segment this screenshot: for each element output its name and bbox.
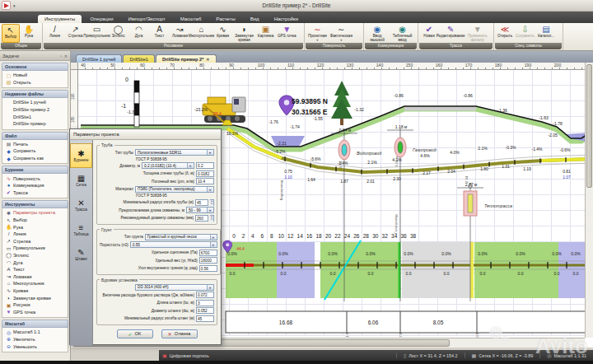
sidebar-item[interactable]: ∿Поверхность — [2, 175, 68, 182]
ribbon-button[interactable]: ◯Эллипс — [108, 24, 128, 43]
flow-input[interactable]: 0.072 — [196, 292, 214, 298]
diameter-select[interactable]: 0.2 (0.0182) (10.4)▾ — [142, 162, 194, 169]
ribbon-button[interactable]: ⌂Многоугольник — [190, 24, 212, 43]
ribbon-button[interactable]: ▭Прямоугольник — [86, 24, 108, 43]
ribbon-button[interactable]: ▣Картинка — [255, 24, 276, 43]
sidebar-item[interactable]: AТекст — [2, 266, 68, 273]
sidebar-item[interactable]: ◆Сохранить как — [2, 155, 68, 162]
ok-button[interactable]: ✓OK — [117, 329, 153, 338]
ribbon-button[interactable]: ✎Редактирование — [438, 24, 463, 43]
dialog-tab[interactable]: ✕Трасса — [70, 193, 92, 217]
signature-label[interactable]: Цифровая подпись — [170, 353, 209, 358]
ribbon-tab[interactable]: Расчеты — [209, 15, 241, 23]
soil-weight-input[interactable]: 16000 — [199, 257, 217, 264]
sidebar-item[interactable]: ◗Замкнутая кривая — [2, 294, 68, 301]
dropdown-caret-icon[interactable]: ▾ — [340, 38, 342, 42]
recent-file-item[interactable]: DrillSite пример — [2, 120, 68, 128]
document-tab[interactable]: DrillSite 1 ручей — [76, 54, 122, 63]
scrollbar-thumb[interactable] — [586, 64, 592, 188]
ribbon-button[interactable]: ◉Табличный ввод — [389, 24, 416, 43]
ribbon-tab[interactable]: Вид — [244, 15, 266, 23]
ribbon-tab[interactable]: Настройки — [268, 15, 305, 23]
ribbon-button[interactable]: ∼Проектная▾ — [306, 24, 329, 43]
rig-select[interactable]: DD 3014 (400 кН)▾ — [135, 284, 214, 291]
document-tab[interactable]: DrillSite пример 2*✕ — [156, 54, 217, 63]
ribbon-tab[interactable]: Инструменты — [38, 15, 82, 23]
sidebar-item[interactable]: ▭Прямоугольник — [2, 245, 68, 252]
sidebar-item[interactable]: ◎Масштаб 1:1 — [2, 329, 68, 336]
dropdown-caret-icon[interactable]: ▾ — [316, 38, 318, 42]
ribbon-button[interactable]: ↖Выбор — [2, 24, 20, 43]
ribbon-button[interactable]: /Линия — [44, 24, 65, 43]
min-rod-radius-input[interactable]: 45 — [196, 315, 214, 322]
sidebar-item[interactable]: ◠Дуга — [2, 259, 68, 266]
sidebar-item[interactable]: /Линия — [2, 231, 68, 238]
sidebar-item[interactable]: ⊖Уменьшить — [2, 343, 68, 350]
sidebar-item[interactable]: ◯Эллипс — [2, 252, 68, 259]
soil-type-select[interactable]: Гравистый и крупный песок▾ — [145, 234, 217, 240]
sidebar-item[interactable]: ▤Печать — [2, 141, 68, 148]
sidebar-item[interactable]: ●Коммуникация — [2, 182, 68, 189]
ribbon-button[interactable]: ◉Ввод мышкой — [366, 24, 389, 43]
sidebar-item[interactable]: ⌂Многоугольник — [2, 280, 68, 287]
porosity-select[interactable]: 0.55▾ — [130, 241, 217, 248]
ribbon-tab[interactable]: Импорт/Экспорт — [122, 15, 172, 23]
close-icon[interactable]: ✕ — [64, 54, 68, 58]
recent-file-item[interactable]: DrillSite1 — [2, 113, 68, 120]
ribbon-button[interactable]: ∿Кривая — [212, 24, 233, 43]
ribbon-button[interactable]: ⇩Сохранить — [514, 24, 536, 43]
spinner-control[interactable]: ▴▾ — [210, 215, 214, 222]
min-radius-input[interactable]: 45 — [195, 199, 208, 206]
dialog-tab[interactable]: ✎Штамп — [70, 242, 92, 267]
status-zoom[interactable]: ◎Масштаб 1:1.31 — [539, 352, 593, 358]
diameter-input[interactable]: 0.2 — [196, 162, 214, 169]
sidebar-item[interactable]: ↖Выбор — [2, 217, 68, 224]
ribbon-tab[interactable]: Масштаб — [174, 15, 208, 23]
document-tab[interactable]: DrillSite1 — [123, 54, 154, 63]
vertical-scrollbar[interactable] — [585, 63, 593, 338]
sidebar-item[interactable]: ∿Кривая — [2, 287, 68, 295]
sidebar-item[interactable]: ✋Рука — [2, 223, 68, 231]
dialog-tab[interactable]: ≡Таблица — [70, 217, 92, 242]
spinner-control[interactable]: ▴▾ — [210, 199, 214, 206]
sidebar-item[interactable]: ▢Новый — [2, 72, 68, 79]
sidebar-item[interactable]: ▣Рисунок — [2, 301, 68, 309]
dialog-tab[interactable]: ✱Бурение — [70, 143, 92, 168]
sidebar-item[interactable]: ↝Ломаная — [2, 273, 68, 280]
ribbon-button[interactable]: ↗Стрелка — [65, 24, 86, 43]
cancel-button[interactable]: ✕Отмена — [161, 329, 198, 338]
ribbon-button[interactable]: ◠Дуга — [128, 24, 149, 43]
ribbon-tab[interactable]: Операции — [83, 15, 119, 23]
length-select[interactable]: 50 - 99▾ — [186, 207, 214, 213]
material-select[interactable]: ПЭ80 (Полиэтилен, газопровод)▾ — [135, 186, 214, 193]
dialog-title-bar[interactable]: Параметры проекта — [70, 129, 221, 140]
gps-pin-icon[interactable] — [279, 96, 294, 115]
recent-file-item[interactable]: DrillSite пример 2 — [2, 106, 68, 114]
wall-input[interactable]: 0.0182 — [196, 170, 214, 177]
ribbon-button[interactable]: ✋Рука — [20, 24, 38, 43]
ribbon-button[interactable]: AТекст — [149, 24, 170, 43]
sidebar-item[interactable]: ✔Трасса — [2, 189, 68, 197]
rod-diameter-input[interactable]: 0.052 — [196, 307, 214, 314]
cohesion-input[interactable]: 6700 — [199, 250, 217, 256]
dialog-tab[interactable]: ▦Сетка — [70, 168, 92, 193]
sidebar-item[interactable]: ◆Сохранить — [2, 147, 68, 155]
sidebar-item[interactable]: ⊕Увеличить — [2, 336, 68, 343]
ribbon-button[interactable]: ▼GPS точка — [276, 24, 298, 43]
ribbon-button[interactable]: ↝Ломаная — [170, 24, 190, 43]
sidebar-item[interactable]: ▼GPS точка — [2, 308, 68, 315]
ribbon-button[interactable]: ≪Открыть — [496, 24, 514, 43]
rod-length-input[interactable]: 3 — [196, 300, 214, 306]
friction-input[interactable]: 0.56 — [199, 265, 217, 272]
ribbon-button[interactable]: ∼Фактическая▾ — [329, 24, 354, 43]
ribbon-button[interactable]: ▤Каталог... — [536, 24, 556, 43]
sidebar-item[interactable]: ✱Параметры проекта — [2, 209, 68, 217]
sidebar-item[interactable]: ▨Открыть — [2, 79, 68, 86]
sidebar-item[interactable]: ↗Стрелка — [2, 238, 68, 245]
rec-diam-input[interactable]: 260 — [195, 215, 208, 222]
weight-input[interactable]: 10.4 — [196, 178, 214, 184]
recent-file-item[interactable]: DrillSite 1 ручей — [2, 99, 68, 106]
ribbon-button[interactable]: ▼Применить фильтр — [463, 24, 492, 43]
ribbon-button[interactable]: ◗Замкнутая кривая — [233, 24, 255, 43]
pipe-type-select[interactable]: Полиэтиленовые SDR11▾ — [135, 149, 214, 156]
